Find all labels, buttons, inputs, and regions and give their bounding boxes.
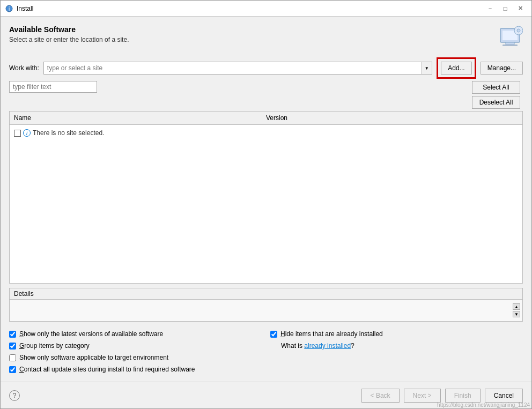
group-by-category-label[interactable]: Group items by category: [19, 342, 90, 349]
work-with-row: Work with: ▼ Add... Manage...: [9, 57, 523, 79]
show-applicable-checkbox[interactable]: [9, 354, 16, 361]
checkbox-row-5: Hide items that are already installed: [270, 330, 523, 338]
checkboxes-left-col: Show only the latest versions of availab…: [9, 330, 262, 377]
no-site-message: There is no site selected.: [33, 129, 104, 137]
svg-rect-5: [503, 44, 518, 46]
no-site-checkbox[interactable]: [14, 130, 21, 137]
contact-update-sites-checkbox[interactable]: [9, 366, 16, 373]
add-button[interactable]: Add...: [441, 62, 471, 75]
software-table: Name Version i There is no site selected…: [9, 111, 523, 284]
close-button[interactable]: ✕: [513, 3, 527, 14]
back-button[interactable]: < Back: [361, 389, 400, 403]
already-installed-text: What is already installed?: [281, 342, 354, 349]
hide-installed-checkbox[interactable]: [270, 331, 277, 338]
filter-input[interactable]: [9, 81, 97, 93]
hide-installed-label[interactable]: Hide items that are already installed: [280, 330, 383, 338]
watermark: https://blog.csdn.net/wangjianing_1124: [437, 402, 530, 408]
title-bar-controls: − □ ✕: [483, 3, 527, 14]
details-scrollbar: ▲ ▼: [513, 303, 520, 317]
already-installed-row: What is already installed?: [270, 342, 523, 349]
details-body: ▲ ▼: [10, 300, 522, 321]
work-with-label: Work with:: [9, 64, 39, 72]
checkbox-row-1: Show only the latest versions of availab…: [9, 330, 262, 338]
already-installed-link[interactable]: already installed: [304, 342, 351, 349]
next-button[interactable]: Next >: [404, 389, 441, 403]
table-body: i There is no site selected.: [10, 125, 522, 283]
col-version-header: Version: [262, 113, 392, 123]
work-with-input-wrapper: ▼: [43, 62, 432, 75]
filter-input-wrapper: [9, 81, 468, 93]
scroll-up-button[interactable]: ▲: [513, 303, 520, 310]
window-icon: i: [5, 4, 13, 13]
no-site-row: i There is no site selected.: [14, 129, 104, 137]
minimize-button[interactable]: −: [483, 3, 497, 14]
info-icon: i: [23, 129, 31, 137]
show-latest-versions-label[interactable]: Show only the latest versions of availab…: [19, 330, 163, 338]
svg-text:i: i: [9, 6, 10, 12]
title-bar: i Install − □ ✕: [1, 1, 531, 17]
header-text: Available Software Select a site or ente…: [9, 25, 491, 43]
details-section: Details ▲ ▼: [9, 288, 523, 322]
header-icon: [497, 25, 523, 51]
select-all-button[interactable]: Select All: [472, 81, 520, 94]
window-title: Install: [17, 5, 483, 12]
available-software-title: Available Software: [9, 25, 491, 34]
scroll-down-button[interactable]: ▼: [513, 311, 520, 317]
checkbox-row-2: Group items by category: [9, 342, 262, 349]
group-by-category-checkbox[interactable]: [9, 343, 16, 349]
manage-button[interactable]: Manage...: [481, 62, 523, 75]
filter-and-side: Select All Deselect All: [9, 81, 523, 109]
main-table-area: Name Version i There is no site selected…: [9, 111, 523, 284]
help-icon[interactable]: ?: [9, 390, 20, 401]
show-applicable-label[interactable]: Show only software applicable to target …: [19, 354, 168, 361]
work-with-input[interactable]: [44, 62, 421, 74]
col-extra-header: [392, 113, 522, 123]
details-header: Details: [10, 288, 522, 300]
table-header: Name Version: [10, 111, 522, 125]
main-content: Available Software Select a site or ente…: [1, 17, 531, 382]
svg-rect-4: [506, 42, 514, 44]
finish-button[interactable]: Finish: [445, 389, 481, 403]
col-name-header: Name: [10, 113, 262, 123]
checkbox-row-4: Contact all update sites during install …: [9, 366, 262, 373]
site-dropdown-arrow[interactable]: ▼: [421, 62, 432, 74]
side-buttons-col: Select All Deselect All: [472, 81, 523, 109]
header-section: Available Software Select a site or ente…: [9, 25, 523, 51]
install-window: i Install − □ ✕ Available Software Selec…: [0, 0, 532, 409]
contact-update-sites-label[interactable]: Contact all update sites during install …: [19, 366, 195, 373]
checkbox-row-3: Show only software applicable to target …: [9, 354, 262, 361]
checkboxes-section: Show only the latest versions of availab…: [9, 326, 523, 382]
add-manage-highlight: Add...: [437, 57, 476, 79]
deselect-all-button[interactable]: Deselect All: [472, 96, 520, 109]
maximize-button[interactable]: □: [498, 3, 512, 14]
show-latest-versions-checkbox[interactable]: [9, 331, 16, 338]
checkboxes-right-col: Hide items that are already installed Wh…: [270, 330, 523, 377]
header-subtitle: Select a site or enter the location of a…: [9, 36, 491, 43]
svg-point-7: [517, 29, 520, 32]
cancel-button[interactable]: Cancel: [485, 389, 523, 403]
work-with-area: Work with: ▼ Add... Manage...: [9, 57, 523, 79]
